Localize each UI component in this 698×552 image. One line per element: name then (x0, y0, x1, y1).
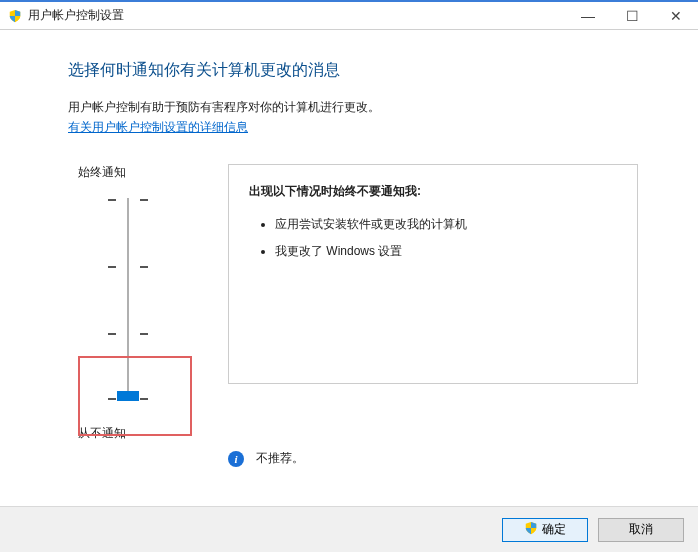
cancel-button[interactable]: 取消 (598, 518, 684, 542)
content-area: 选择何时通知你有关计算机更改的消息 用户帐户控制有助于预防有害程序对你的计算机进… (0, 30, 698, 477)
learn-more-link[interactable]: 有关用户帐户控制设置的详细信息 (68, 120, 248, 134)
page-description: 用户帐户控制有助于预防有害程序对你的计算机进行更改。 (68, 99, 638, 116)
info-panel-title: 出现以下情况时始终不要通知我: (249, 183, 617, 200)
ok-button-label: 确定 (542, 521, 566, 538)
page-heading: 选择何时通知你有关计算机更改的消息 (68, 60, 638, 81)
uac-shield-icon (524, 521, 538, 538)
info-bullet: 应用尝试安装软件或更改我的计算机 (275, 216, 617, 233)
window-controls: — ☐ ✕ (566, 4, 698, 28)
slider-thumb[interactable] (117, 391, 139, 401)
slider-area: 始终通知 从不通知 出现以下情况时始终不要通知我: 应用尝试安装软件或更改我的计… (68, 164, 638, 442)
minimize-button[interactable]: — (566, 4, 610, 28)
slider-label-never: 从不通知 (68, 425, 188, 442)
maximize-button[interactable]: ☐ (610, 4, 654, 28)
ok-button[interactable]: 确定 (502, 518, 588, 542)
dialog-footer: 确定 取消 (0, 506, 698, 552)
slider-track-wrap (68, 193, 188, 413)
slider-label-always: 始终通知 (68, 164, 188, 181)
info-bullet: 我更改了 Windows 设置 (275, 243, 617, 260)
uac-shield-icon (8, 9, 22, 23)
recommendation-row: i 不推荐。 (228, 450, 638, 467)
slider-tick-2 (108, 263, 148, 268)
cancel-button-label: 取消 (629, 521, 653, 538)
slider-track[interactable] (127, 198, 129, 398)
slider-tick-3 (108, 330, 148, 335)
info-icon: i (228, 451, 244, 467)
info-panel: 出现以下情况时始终不要通知我: 应用尝试安装软件或更改我的计算机 我更改了 Wi… (228, 164, 638, 384)
close-button[interactable]: ✕ (654, 4, 698, 28)
window-title: 用户帐户控制设置 (28, 7, 124, 24)
slider-tick-1 (108, 196, 148, 201)
recommendation-text: 不推荐。 (256, 450, 304, 467)
titlebar: 用户帐户控制设置 — ☐ ✕ (0, 0, 698, 30)
info-bullet-list: 应用尝试安装软件或更改我的计算机 我更改了 Windows 设置 (249, 216, 617, 260)
slider-column: 始终通知 从不通知 (68, 164, 188, 442)
